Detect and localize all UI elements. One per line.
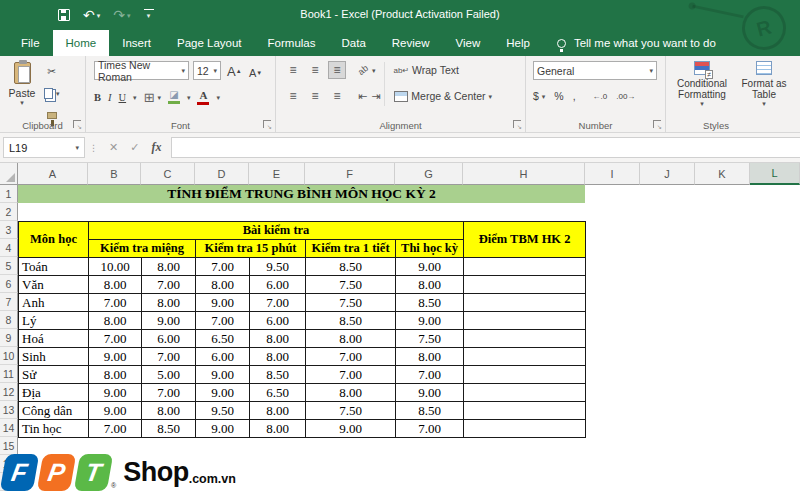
underline-button[interactable]: U [119,88,127,106]
cell-score[interactable]: 9.00 [306,420,396,438]
copy-button[interactable]: ▾ [44,84,59,102]
row-header-4[interactable]: 4 [0,239,18,257]
tab-help[interactable]: Help [493,30,543,56]
cell-score[interactable]: 6.00 [142,330,196,348]
cell-score[interactable]: 7.50 [306,402,396,420]
subheader-1[interactable]: Kiểm tra 15 phút [196,240,306,258]
row-header-8[interactable]: 8 [0,311,18,329]
cell-score[interactable]: 8.50 [306,258,396,276]
cell-score[interactable]: 7.00 [142,348,196,366]
align-center-button[interactable]: ≡ [306,87,324,105]
alignment-dialog-launcher[interactable] [513,120,521,128]
cell-score[interactable]: 7.00 [306,366,396,384]
cell-score[interactable]: 7.00 [196,312,250,330]
column-header-K[interactable]: K [695,163,750,185]
cell-score[interactable]: 8.00 [250,402,306,420]
cell-score[interactable]: 8.00 [142,258,196,276]
row-header-14[interactable]: 14 [0,419,18,437]
cell-result-empty[interactable] [464,420,586,438]
top-align-button[interactable]: ≡ [284,61,302,79]
cell-score[interactable]: 8.00 [396,348,464,366]
row-header-5[interactable]: 5 [0,257,18,275]
tab-review[interactable]: Review [379,30,443,56]
cell-result-empty[interactable] [464,276,586,294]
header-subject[interactable]: Môn học [19,222,89,258]
cell-result-empty[interactable] [464,384,586,402]
cell-score[interactable]: 8.00 [89,312,142,330]
cell-score[interactable]: 9.00 [196,384,250,402]
conditional-formatting-button[interactable]: Conditional Formatting ▾ [670,61,734,107]
cell-subject[interactable]: Văn [19,276,89,294]
cell-result-empty[interactable] [464,366,586,384]
align-right-button[interactable]: ≡ [328,87,346,105]
column-header-D[interactable]: D [195,163,249,185]
column-header-I[interactable]: I [585,163,640,185]
cell-score[interactable]: 9.50 [196,402,250,420]
cell-score[interactable]: 8.50 [396,294,464,312]
cell-score[interactable]: 8.50 [306,312,396,330]
cell-score[interactable]: 5.00 [142,366,196,384]
cell-score[interactable]: 9.00 [89,384,142,402]
paste-button[interactable]: Paste ▾ [4,60,40,118]
row-header-6[interactable]: 6 [0,275,18,293]
cancel-button[interactable]: ✕ [109,141,118,154]
cell-score[interactable]: 8.00 [89,366,142,384]
increase-decimal-button[interactable]: ←.0 [593,87,608,105]
tab-formulas[interactable]: Formulas [255,30,329,56]
number-format-select[interactable]: General▾ [533,61,657,80]
cell-score[interactable]: 8.00 [89,276,142,294]
formula-input[interactable] [171,137,800,158]
cell-result-empty[interactable] [464,330,586,348]
cell-score[interactable]: 7.50 [306,294,396,312]
comma-style-button[interactable]: , [573,87,576,105]
column-header-C[interactable]: C [141,163,195,185]
subheader-3[interactable]: Thi học kỳ [396,240,464,258]
cell-score[interactable]: 9.00 [142,312,196,330]
header-tests-group[interactable]: Bài kiểm tra [89,222,464,240]
header-average[interactable]: Điểm TBM HK 2 [464,222,586,258]
tell-me-box[interactable]: Tell me what you want to do [557,30,716,56]
tab-page-layout[interactable]: Page Layout [164,30,255,56]
cell-score[interactable]: 6.00 [250,312,306,330]
subheader-0[interactable]: Kiểm tra miệng [89,240,196,258]
cell-score[interactable]: 8.00 [142,294,196,312]
cell-score[interactable]: 7.00 [396,366,464,384]
cell-subject[interactable]: Anh [19,294,89,312]
row-header-7[interactable]: 7 [0,293,18,311]
middle-align-button[interactable]: ≡ [306,61,324,79]
cell-score[interactable]: 8.00 [306,384,396,402]
cell-score[interactable]: 7.00 [142,276,196,294]
align-left-button[interactable]: ≡ [284,87,302,105]
cell-score[interactable]: 10.00 [89,258,142,276]
subheader-2[interactable]: Kiểm tra 1 tiết [306,240,396,258]
cell-score[interactable]: 9.00 [196,294,250,312]
tab-view[interactable]: View [443,30,494,56]
cell-score[interactable]: 8.50 [396,402,464,420]
cell-score[interactable]: 7.00 [250,294,306,312]
cell-result-empty[interactable] [464,294,586,312]
cell-subject[interactable]: Toán [19,258,89,276]
name-box[interactable]: L19▾ [3,137,85,158]
column-header-H[interactable]: H [463,163,585,185]
column-header-F[interactable]: F [305,163,395,185]
cell-score[interactable]: 9.00 [89,348,142,366]
row-header-3[interactable]: 3 [0,221,18,239]
cell-score[interactable]: 7.00 [89,420,142,438]
cell-score[interactable]: 9.50 [250,258,306,276]
cell-score[interactable]: 7.50 [306,276,396,294]
drag-handle[interactable]: ⋮ [89,143,99,153]
cell-score[interactable]: 7.00 [89,294,142,312]
row-header-12[interactable]: 12 [0,383,18,401]
select-all-corner[interactable] [0,163,18,185]
increase-indent-button[interactable]: ⇥ [371,87,380,105]
cell-score[interactable]: 8.00 [250,348,306,366]
insert-function-button[interactable]: fx [151,140,161,155]
currency-button[interactable]: $ ▾ [533,87,545,105]
cell-subject[interactable]: Lý [19,312,89,330]
font-size-select[interactable]: 12▾ [193,61,221,80]
cell-score[interactable]: 9.00 [396,258,464,276]
cell-subject[interactable]: Địa [19,384,89,402]
cell-score[interactable]: 7.00 [142,384,196,402]
cell-score[interactable]: 7.00 [306,348,396,366]
cell-score[interactable]: 8.00 [250,330,306,348]
